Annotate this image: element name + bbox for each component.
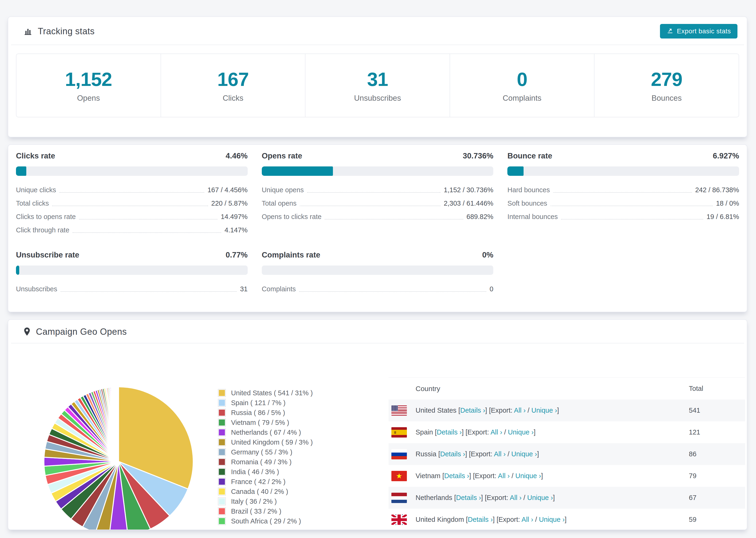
rate-row-value: 18 / 0%	[716, 199, 739, 207]
rate-row-value: 167 / 4.456%	[207, 186, 248, 194]
details-link[interactable]: Details ›	[440, 450, 465, 458]
rate-row-value: 1,152 / 30.736%	[444, 186, 493, 194]
geo-country-cell: Russia [Details ›] [Export: All › / Uniq…	[415, 450, 689, 458]
bracket: ] [Export:	[469, 472, 498, 480]
rate-title: Complaints rate	[262, 250, 320, 259]
rate-row-value: 14.497%	[221, 213, 248, 221]
ru-flag-icon	[391, 449, 407, 459]
dotted-leader	[79, 219, 217, 219]
rate-rows: Unique clicks167 / 4.456%Total clicks220…	[16, 183, 248, 237]
legend-item: Canada ( 40 / 2% )	[218, 487, 313, 497]
legend-label: Germany ( 55 / 3% )	[231, 448, 292, 456]
dotted-leader	[73, 232, 221, 233]
progress-bar-fill	[507, 166, 523, 176]
geo-table-row: United Kingdom [Details ›] [Export: All …	[389, 509, 745, 530]
campaign-geo-opens-card: Campaign Geo Opens United States ( 541 /…	[8, 319, 747, 530]
rate-row: Total clicks220 / 5.87%	[16, 197, 248, 210]
stat-value: 31	[367, 68, 388, 90]
legend-label: Brazil ( 33 / 2% )	[231, 508, 281, 515]
rate-row-value: 242 / 86.738%	[695, 186, 739, 194]
legend-item: United Kingdom ( 59 / 3% )	[218, 437, 313, 447]
geo-header-divider	[11, 343, 744, 344]
geo-header: Campaign Geo Opens	[8, 320, 747, 337]
details-link[interactable]: Details ›	[468, 516, 493, 523]
rate-panel-head: Clicks rate4.46%	[16, 151, 248, 160]
export-unique-link[interactable]: Unique ›	[527, 494, 553, 501]
legend-swatch	[218, 478, 225, 485]
rate-value: 30.736%	[463, 151, 493, 160]
legend-label: Vietnam ( 79 / 5% )	[231, 419, 289, 426]
rate-row-value: 31	[240, 285, 247, 293]
legend-swatch	[218, 449, 225, 456]
rate-row-label: Click through rate	[16, 226, 69, 234]
pie-legend: United States ( 541 / 31% )Spain ( 121 /…	[218, 388, 313, 526]
bracket: [	[442, 472, 444, 480]
dotted-leader	[299, 291, 486, 292]
export-all-link[interactable]: All ›	[494, 450, 506, 458]
stat-box-unsubscribes: 31Unsubscribes	[305, 54, 450, 117]
details-link[interactable]: Details ›	[456, 494, 481, 501]
export-all-link[interactable]: All ›	[498, 472, 510, 480]
dotted-leader	[59, 192, 204, 193]
stat-value: 167	[217, 68, 249, 90]
rate-panel-head: Opens rate30.736%	[262, 151, 494, 160]
export-all-link[interactable]: All ›	[490, 428, 502, 436]
export-unique-link[interactable]: Unique ›	[508, 428, 534, 436]
geo-total-cell: 86	[689, 450, 745, 458]
rate-row-label: Total opens	[262, 199, 297, 207]
geo-country-cell: Vietnam [Details ›] [Export: All › / Uni…	[415, 472, 689, 480]
details-link[interactable]: Details ›	[437, 428, 461, 436]
rate-row-value: 2,303 / 61.446%	[444, 199, 493, 207]
es-flag-icon	[391, 427, 407, 438]
export-basic-stats-button[interactable]: Export basic stats	[660, 24, 737, 38]
legend-swatch	[218, 517, 225, 525]
geo-country-cell: Spain [Details ›] [Export: All › / Uniqu…	[415, 428, 689, 436]
export-unique-link[interactable]: Unique ›	[512, 450, 537, 458]
slash: /	[526, 406, 531, 414]
stat-box-opens: 1,152Opens	[17, 54, 161, 117]
rate-panel-4: Complaints rate0%Complaints0	[262, 250, 494, 296]
tracking-header-divider	[11, 45, 744, 45]
tracking-stats-title-text: Tracking stats	[38, 26, 95, 36]
rate-title: Bounce rate	[507, 151, 552, 160]
progress-bar	[16, 166, 248, 176]
progress-bar	[16, 265, 248, 275]
geo-country-cell: United States [Details ›] [Export: All ›…	[415, 406, 689, 414]
rate-value: 0%	[482, 250, 494, 259]
legend-swatch	[218, 498, 225, 505]
export-all-link[interactable]: All ›	[514, 406, 526, 414]
rate-panel-0: Clicks rate4.46%Unique clicks167 / 4.456…	[16, 151, 248, 237]
rate-rows: Unique opens1,152 / 30.736%Total opens2,…	[262, 183, 494, 224]
rate-row: Hard bounces242 / 86.738%	[507, 183, 739, 197]
dotted-leader	[61, 291, 237, 292]
legend-swatch	[218, 508, 225, 515]
legend-label: Canada ( 40 / 2% )	[231, 488, 288, 496]
legend-label: United Kingdom ( 59 / 3% )	[231, 439, 313, 446]
rate-panel-head: Complaints rate0%	[262, 250, 494, 259]
export-all-link[interactable]: All ›	[521, 516, 533, 523]
rate-panel-1: Opens rate30.736%Unique opens1,152 / 30.…	[262, 151, 494, 237]
export-unique-link[interactable]: Unique ›	[515, 472, 541, 480]
bracket: [	[454, 494, 456, 501]
rate-row: Click through rate4.147%	[16, 224, 248, 237]
vn-flag-icon	[391, 471, 407, 481]
export-unique-link[interactable]: Unique ›	[531, 406, 557, 414]
dotted-leader	[307, 192, 441, 193]
legend-item: Italy ( 36 / 2% )	[218, 497, 313, 506]
map-pin-icon	[23, 327, 31, 337]
details-link[interactable]: Details ›	[444, 472, 469, 480]
rate-row-value: 0	[490, 285, 493, 293]
stat-label: Complaints	[503, 94, 541, 103]
progress-bar-fill	[262, 166, 333, 176]
export-unique-link[interactable]: Unique ›	[539, 516, 565, 523]
dotted-leader	[553, 192, 692, 193]
legend-swatch	[218, 429, 225, 436]
rate-title: Clicks rate	[16, 151, 55, 160]
rate-value: 0.77%	[226, 250, 248, 259]
rate-title: Unsubscribe rate	[16, 250, 80, 259]
export-all-link[interactable]: All ›	[510, 494, 521, 501]
rate-row-label: Total clicks	[16, 199, 49, 207]
nl-flag-icon	[391, 493, 407, 503]
progress-bar	[262, 265, 494, 275]
details-link[interactable]: Details ›	[460, 406, 485, 414]
